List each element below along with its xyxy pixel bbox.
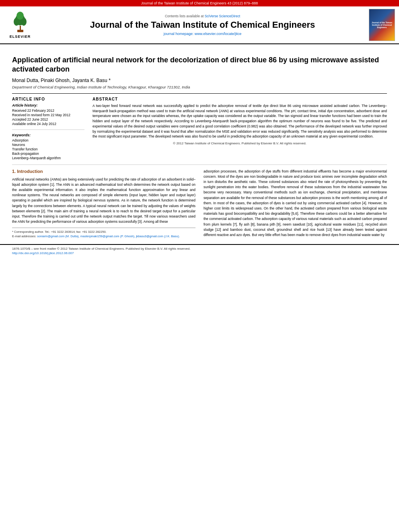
- bottom-bar: 1876-1070/$ – see front matter © 2012 Ta…: [0, 244, 399, 257]
- keyword-1: Adsorption: [12, 138, 84, 142]
- copyright-line: © 2012 Taiwan Institute of Chemical Engi…: [93, 142, 387, 145]
- svg-point-6: [16, 12, 24, 20]
- article-meta-section: ARTICLE INFO Article history: Received 2…: [12, 93, 387, 160]
- footnotes: * Corresponding author. Tel.: +91 3222 2…: [12, 228, 195, 238]
- top-bar: Journal of the Taiwan Institute of Chemi…: [0, 0, 399, 6]
- email-line: E-mail addresses: soniarin@gmail.com (M.…: [12, 234, 195, 238]
- keywords-section: Keywords: Adsorption Neurons Transfer fu…: [12, 133, 84, 160]
- journal-center: Contents lists available at SciVerse Sci…: [40, 14, 365, 36]
- abstract-title: ABSTRACT: [93, 97, 387, 101]
- keyword-5: Levenberg–Marquardt algorithm: [12, 156, 84, 160]
- received-date: Received 22 February 2012: [12, 109, 84, 113]
- homepage-url[interactable]: www.elsevier.com/locate/jtice: [195, 32, 242, 36]
- paper-title: Application of artificial neural network…: [12, 55, 387, 74]
- journal-homepage: journal homepage: www.elsevier.com/locat…: [40, 32, 365, 36]
- article-info-title: ARTICLE INFO: [12, 97, 84, 101]
- history-label: Article history:: [12, 103, 84, 107]
- abstract-section: ABSTRACT A two-layer feed forward neural…: [93, 97, 387, 160]
- homepage-prefix: journal homepage:: [164, 32, 195, 36]
- journal-cover-image: Journal of the Taiwan Institute of Chemi…: [369, 9, 395, 41]
- journal-header: ELSEVIER Contents lists available at Sci…: [0, 6, 399, 44]
- abstract-text: A two-layer feed forward neural network …: [93, 103, 387, 139]
- issn-line: 1876-1070/$ – see front matter © 2012 Ta…: [12, 247, 387, 251]
- journal-thumbnail: Journal of the Taiwan Institute of Chemi…: [369, 9, 395, 41]
- keyword-4: Back-propagation: [12, 152, 84, 156]
- introduction-section: 1. Introduction Artificial neural networ…: [12, 169, 387, 240]
- intro-left-column: 1. Introduction Artificial neural networ…: [12, 169, 195, 240]
- section-label: Introduction: [17, 169, 43, 174]
- history-section: Article history: Received 22 February 20…: [12, 103, 84, 130]
- intro-right-text: adsorption processes, the adsorption of …: [204, 169, 387, 238]
- keyword-3: Transfer function: [12, 147, 84, 151]
- elsevier-logo: ELSEVIER: [4, 12, 36, 39]
- paper-body: Application of artificial neural network…: [0, 44, 399, 244]
- available-online-date: Available online 24 July 2012: [12, 122, 84, 126]
- corresponding-author: * Corresponding author. Tel.: +91 3222 2…: [12, 230, 195, 234]
- received-revised-date: Received in revised form 22 May 2012: [12, 113, 84, 117]
- section-divider: [12, 164, 387, 165]
- authors: Monal Dutta, Pinaki Ghosh, Jayanta K. Ba…: [12, 78, 387, 83]
- svg-rect-2: [20, 26, 21, 31]
- intro-right-column: adsorption processes, the adsorption of …: [204, 169, 387, 240]
- elsevier-tree-icon: [9, 12, 31, 34]
- sciverse-link[interactable]: SciVerse ScienceDirect: [205, 14, 240, 18]
- section-title: 1. Introduction: [12, 169, 195, 174]
- keyword-2: Neurons: [12, 143, 84, 147]
- doi-link[interactable]: http://dx.doi.org/10.1016/j.jtice.2012.0…: [12, 251, 387, 255]
- intro-left-text: Artificial neural networks (ANNs) are be…: [12, 177, 195, 225]
- section-number: 1.: [12, 169, 16, 174]
- article-info: ARTICLE INFO Article history: Received 2…: [12, 97, 84, 160]
- elsevier-wordmark: ELSEVIER: [10, 35, 31, 39]
- accepted-date: Accepted 22 June 2012: [12, 117, 84, 121]
- keywords-label: Keywords:: [12, 133, 84, 137]
- sciverse-prefix: Contents lists available at: [165, 14, 205, 18]
- email-values: soniarin@gmail.com (M. Dutta), masterpin…: [37, 234, 180, 238]
- affiliation: Department of Chemical Engineering, Indi…: [12, 85, 387, 89]
- journal-title: Journal of the Taiwan Institute of Chemi…: [40, 20, 365, 30]
- email-label: E-mail addresses:: [12, 234, 36, 238]
- top-bar-text: Journal of the Taiwan Institute of Chemi…: [141, 1, 258, 5]
- sciverse-line: Contents lists available at SciVerse Sci…: [40, 14, 365, 18]
